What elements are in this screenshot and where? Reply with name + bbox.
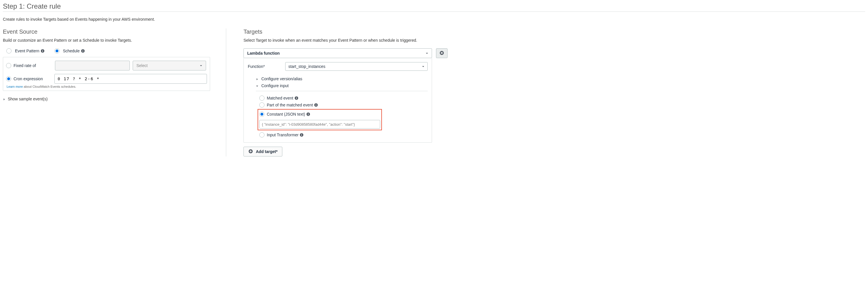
page-title: Step 1: Create rule <box>3 2 865 10</box>
title-divider <box>3 11 865 12</box>
add-target-button[interactable]: Add target* <box>244 147 282 157</box>
plus-icon <box>248 149 253 155</box>
radio-schedule[interactable] <box>54 48 60 54</box>
configure-version-toggle[interactable]: Configure version/alias <box>248 75 428 82</box>
add-target-label: Add target* <box>256 149 277 154</box>
fixed-rate-unit-placeholder: Select <box>136 63 148 68</box>
target-type-value: Lambda function <box>247 51 280 56</box>
function-label: Function* <box>248 64 274 69</box>
radio-matched-event[interactable] <box>259 96 265 101</box>
targets-panel: Targets Select Target to invoke when an … <box>226 29 865 157</box>
radio-constant-json[interactable] <box>259 111 265 117</box>
remove-target-button[interactable] <box>436 48 447 58</box>
fixed-rate-unit-select: Select <box>133 61 206 70</box>
function-select[interactable]: start_stop_instances <box>285 62 428 71</box>
target-config-box: Function* start_stop_instances Configure… <box>244 58 432 143</box>
configure-input-divider <box>256 91 428 91</box>
radio-part-matched-label[interactable]: Part of the matched event <box>267 103 313 107</box>
info-icon[interactable] <box>81 49 85 53</box>
targets-title: Targets <box>244 29 865 35</box>
targets-subtitle: Select Target to invoke when an event ma… <box>244 38 865 42</box>
info-icon[interactable] <box>306 112 310 116</box>
fixed-rate-value-input <box>55 61 130 70</box>
radio-input-transformer-label[interactable]: Input Transformer <box>267 133 299 137</box>
chevron-down-icon <box>426 52 428 55</box>
radio-event-pattern[interactable] <box>6 48 11 54</box>
radio-fixed-rate-label[interactable]: Fixed rate of <box>13 63 36 68</box>
radio-part-matched[interactable] <box>259 102 265 108</box>
close-icon <box>439 51 444 56</box>
page-subtitle: Create rules to invoke Targets based on … <box>3 17 865 22</box>
cron-expression-input[interactable] <box>54 74 207 84</box>
radio-cron-label[interactable]: Cron expression <box>13 76 43 81</box>
learn-more-line: Learn more about CloudWatch Events sched… <box>7 85 206 88</box>
radio-schedule-label[interactable]: Schedule <box>63 48 80 53</box>
info-icon[interactable] <box>314 103 318 107</box>
configure-input-toggle[interactable]: Configure input <box>248 82 428 89</box>
show-sample-events-label: Show sample event(s) <box>8 97 48 101</box>
chevron-right-icon <box>256 78 258 80</box>
function-value: start_stop_instances <box>288 64 325 69</box>
constant-json-input[interactable] <box>259 120 380 129</box>
radio-cron[interactable] <box>6 76 11 81</box>
configure-input-label: Configure input <box>261 83 289 88</box>
target-type-select[interactable]: Lambda function <box>244 48 432 58</box>
show-sample-events-toggle[interactable]: Show sample event(s) <box>3 97 217 101</box>
configure-version-label: Configure version/alias <box>261 76 302 81</box>
schedule-config-box: Fixed rate of Select Cron expression Lea… <box>3 57 210 91</box>
input-options-group: Matched event Part of the matched event … <box>248 93 428 138</box>
radio-matched-event-label[interactable]: Matched event <box>267 96 293 100</box>
info-icon[interactable] <box>40 49 44 53</box>
learn-more-link[interactable]: Learn more <box>7 85 23 88</box>
info-icon[interactable] <box>294 96 299 100</box>
radio-fixed-rate[interactable] <box>6 63 11 68</box>
chevron-down-icon <box>256 85 258 88</box>
chevron-down-icon <box>200 64 202 67</box>
constant-json-highlight: Constant (JSON text) <box>257 109 382 130</box>
event-source-title: Event Source <box>3 29 217 35</box>
event-source-subtitle: Build or customize an Event Pattern or s… <box>3 38 217 42</box>
radio-event-pattern-label[interactable]: Event Pattern <box>15 48 39 53</box>
chevron-right-icon <box>3 98 5 101</box>
chevron-down-icon <box>422 65 425 68</box>
event-source-panel: Event Source Build or customize an Event… <box>3 29 226 157</box>
info-icon[interactable] <box>300 133 304 137</box>
radio-constant-json-label[interactable]: Constant (JSON text) <box>267 112 305 116</box>
radio-input-transformer[interactable] <box>259 132 265 137</box>
learn-more-text: about CloudWatch Events schedules. <box>23 85 76 88</box>
